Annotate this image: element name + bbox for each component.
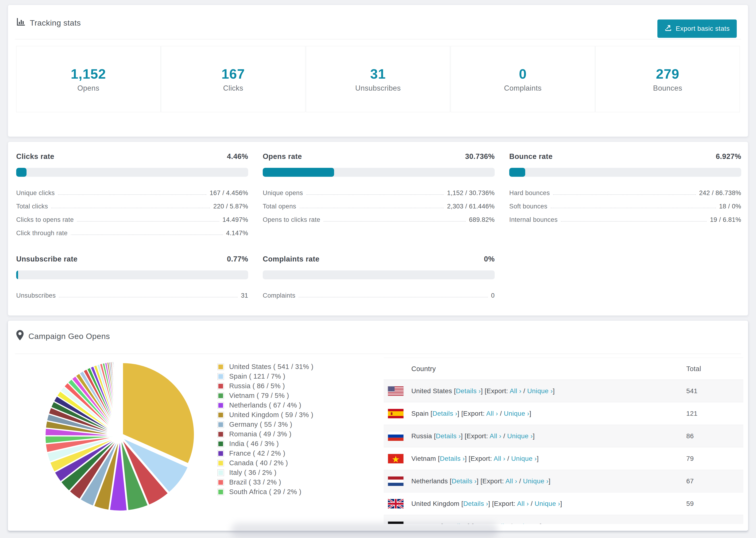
stat-row-value: 220 / 5.87%	[213, 203, 248, 211]
summary-box-opens: 1,152Opens	[16, 46, 161, 112]
export-all-link[interactable]: All ›	[486, 410, 498, 417]
country-name: Russia	[411, 432, 434, 440]
details-link[interactable]: Details ›	[440, 455, 465, 462]
summary-value: 0	[519, 66, 527, 82]
stat-row: Complaints0	[263, 287, 495, 301]
rate-block-opens-rate: Opens rate30.736%Unique opens1,152 / 30.…	[263, 152, 495, 225]
rate-progress-fill	[16, 168, 27, 177]
pie-slice	[120, 361, 120, 433]
details-link[interactable]: Details ›	[463, 500, 488, 507]
dotted-leader	[306, 194, 444, 195]
legend-label: Brazil ( 33 / 2% )	[229, 478, 281, 486]
legend-swatch	[217, 364, 224, 370]
stat-row: Internal bounces19 / 6.81%	[509, 211, 741, 225]
country-name: Netherlands	[411, 477, 450, 485]
dotted-leader	[71, 235, 223, 235]
export-unique-link[interactable]: Unique ›	[507, 432, 533, 440]
stat-row: Unsubscribes31	[16, 287, 248, 301]
export-all-link[interactable]: All ›	[494, 455, 505, 462]
legend-item: Vietnam ( 79 / 5% )	[217, 391, 387, 401]
legend-label: Netherlands ( 67 / 4% )	[229, 402, 301, 409]
scrollbar-shadow-artifact	[231, 523, 498, 538]
summary-box-unsubscribes: 31Unsubscribes	[306, 46, 450, 112]
export-unique-link[interactable]: Unique ›	[523, 477, 549, 485]
details-link[interactable]: Details ›	[456, 387, 481, 395]
country-name: Vietnam	[411, 455, 438, 462]
rate-block-complaints-rate: Complaints rate0%Complaints0	[263, 255, 495, 301]
country-total: 67	[686, 477, 743, 485]
country-total: 55	[686, 522, 743, 524]
geo-opens-pie-chart	[45, 360, 195, 511]
stat-row-label: Hard bounces	[509, 189, 550, 198]
tracking-stats-card: Tracking stats Export basic stats 1,152O…	[8, 5, 748, 137]
summary-value: 31	[370, 66, 386, 82]
export-all-link[interactable]: All ›	[497, 522, 508, 524]
rate-progress-bar	[509, 168, 741, 177]
summary-box-clicks: 167Clicks	[161, 46, 305, 112]
map-pin-icon	[16, 330, 24, 342]
pie-legend: United States ( 541 / 31% )Spain ( 121 /…	[217, 362, 387, 497]
legend-item: India ( 46 / 3% )	[217, 439, 387, 449]
rate-progress-bar	[16, 270, 248, 279]
stat-row-label: Total clicks	[16, 203, 48, 211]
legend-swatch	[217, 412, 224, 418]
stat-row: Unique opens1,152 / 30.736%	[263, 185, 495, 198]
flag-gb-icon	[388, 499, 404, 509]
legend-label: France ( 42 / 2% )	[229, 450, 285, 457]
rate-title: Clicks rate	[16, 152, 54, 161]
rate-progress-bar	[16, 168, 248, 177]
page-title: Tracking stats	[30, 18, 81, 27]
details-link[interactable]: Details ›	[452, 477, 477, 485]
export-unique-link[interactable]: Unique ›	[514, 522, 540, 524]
legend-swatch	[217, 373, 224, 380]
rate-progress-fill	[263, 168, 334, 177]
export-basic-stats-button[interactable]: Export basic stats	[657, 20, 737, 38]
legend-item: Netherlands ( 67 / 4% )	[217, 401, 387, 410]
export-unique-link[interactable]: Unique ›	[535, 500, 560, 507]
legend-swatch	[217, 421, 224, 428]
stat-row-value: 1,152 / 30.736%	[447, 189, 495, 198]
table-row-vn: Vietnam [Details ›] [Export: All › / Uni…	[384, 447, 743, 470]
details-link[interactable]: Details ›	[436, 432, 460, 440]
total-column-header: Total	[686, 365, 743, 373]
stat-row-label: Unique clicks	[16, 189, 55, 198]
summary-value: 1,152	[71, 66, 106, 82]
legend-swatch	[217, 489, 224, 495]
export-all-link[interactable]: All ›	[490, 432, 501, 440]
stat-row: Total clicks220 / 5.87%	[16, 198, 248, 211]
dotted-leader	[51, 208, 210, 208]
export-unique-link[interactable]: Unique ›	[504, 410, 529, 417]
rate-progress-bar	[263, 270, 495, 279]
rate-progress-fill	[509, 168, 525, 177]
tracking-stats-header: Tracking stats Export basic stats	[8, 5, 748, 39]
country-column-header: Country	[411, 365, 686, 373]
rate-value: 0%	[484, 255, 495, 263]
export-unique-link[interactable]: Unique ›	[511, 455, 537, 462]
bar-chart-icon	[16, 17, 26, 28]
export-all-link[interactable]: All ›	[510, 387, 521, 395]
dotted-leader	[77, 221, 219, 222]
export-all-link[interactable]: All ›	[517, 500, 529, 507]
summary-label: Opens	[77, 84, 99, 92]
country-name: United States	[411, 387, 454, 395]
country-total: 59	[686, 500, 743, 508]
legend-item: Germany ( 55 / 3% )	[217, 420, 387, 429]
rate-value: 4.46%	[227, 152, 248, 161]
legend-swatch	[217, 460, 224, 466]
stat-row-value: 242 / 86.738%	[699, 189, 741, 198]
table-header-row: Country Total	[384, 358, 743, 380]
details-link[interactable]: Details ›	[432, 410, 458, 417]
table-row-gb: United Kingdom [Details ›] [Export: All …	[384, 493, 743, 515]
legend-swatch	[217, 431, 224, 438]
stat-row-label: Unique opens	[263, 189, 303, 198]
tracking-stats-page: Tracking stats Export basic stats 1,152O…	[0, 0, 756, 538]
table-row-es: Spain [Details ›] [Export: All › / Uniqu…	[384, 402, 743, 425]
flag-es-icon	[388, 409, 404, 418]
geo-section-title: Campaign Geo Opens	[16, 330, 110, 342]
export-unique-link[interactable]: Unique ›	[527, 387, 553, 395]
tracking-stats-title: Tracking stats	[16, 17, 81, 28]
export-all-link[interactable]: All ›	[506, 477, 517, 485]
stat-row-label: Complaints	[263, 292, 296, 301]
flag-nl-icon	[388, 476, 404, 486]
dotted-leader	[58, 194, 206, 195]
